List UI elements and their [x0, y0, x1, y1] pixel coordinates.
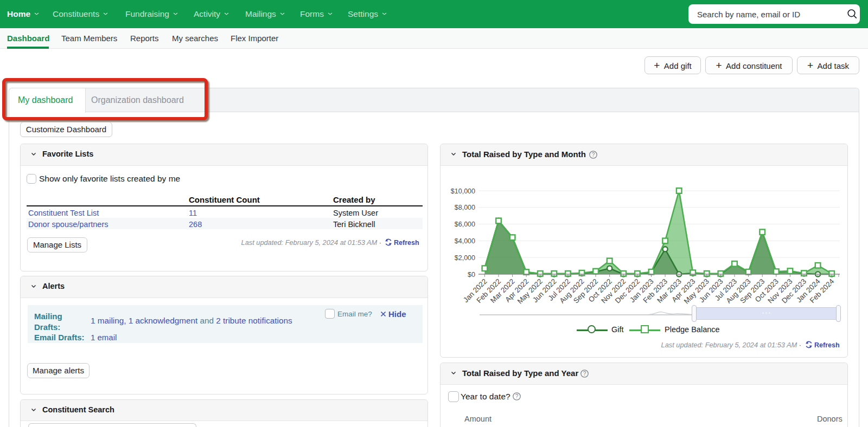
svg-text:?: ? [515, 393, 519, 399]
svg-text:?: ? [583, 371, 586, 377]
svg-text:$0: $0 [468, 271, 475, 279]
svg-text:$2,000: $2,000 [455, 254, 475, 262]
svg-text:$6,000: $6,000 [455, 221, 475, 228]
svg-text:$8,000: $8,000 [455, 204, 475, 211]
svg-text:?: ? [592, 152, 595, 158]
svg-text:$10,000: $10,000 [451, 187, 475, 195]
svg-text:$4,000: $4,000 [455, 237, 475, 245]
